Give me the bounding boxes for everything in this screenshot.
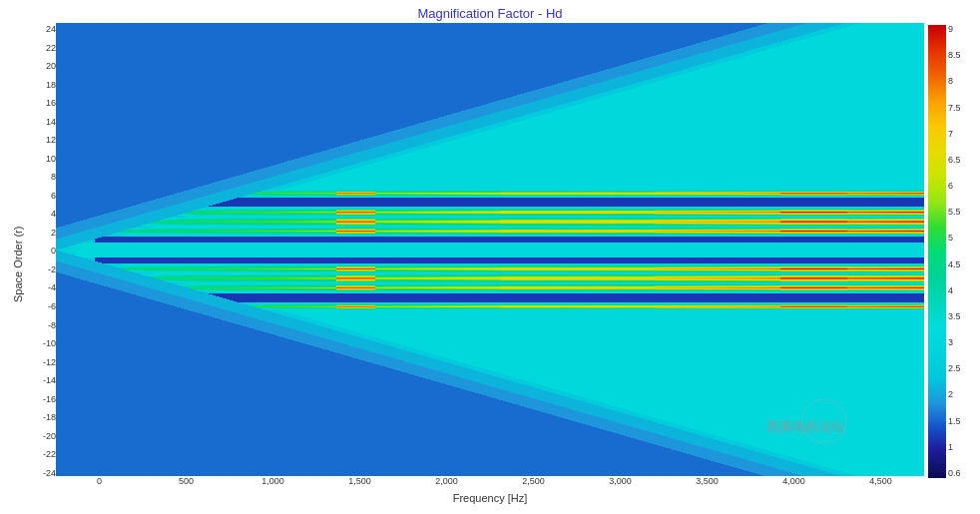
y-tick: 24 [46, 25, 56, 34]
y-tick: 20 [46, 62, 56, 71]
x-tick: 4,000 [750, 476, 837, 486]
y-tick: -4 [48, 283, 56, 292]
colorbar-tick: 3 [948, 338, 961, 347]
colorbar-tick: 9 [948, 25, 961, 34]
y-tick: -20 [43, 432, 56, 441]
colorbar-tick: 8 [948, 77, 961, 86]
plot-area: 西莫电机论坛 [56, 23, 924, 476]
colorbar-tick: 1.5 [948, 417, 961, 426]
chart-container: Magnification Factor - Hd Space Order (r… [0, 0, 980, 514]
x-tick: 3,000 [577, 476, 664, 486]
y-tick: 12 [46, 136, 56, 145]
x-tick: 3,500 [664, 476, 750, 486]
y-tick: -8 [48, 321, 56, 330]
colorbar-tick: 0.6 [948, 469, 961, 478]
colorbar-tick: 2.5 [948, 364, 961, 373]
y-ticks: 242220181614121086420-2-4-6-8-10-12-14-1… [28, 23, 56, 506]
colorbar-ticks: 98.587.576.565.554.543.532.521.510.6 [948, 25, 961, 478]
x-tick: 1,500 [316, 476, 403, 486]
colorbar: 98.587.576.565.554.543.532.521.510.6 [924, 23, 980, 506]
y-tick: -10 [43, 339, 56, 348]
heatmap-canvas [56, 23, 924, 476]
colorbar-tick: 5 [948, 234, 961, 243]
x-tick: 500 [143, 476, 230, 486]
colorbar-tick: 7 [948, 130, 961, 139]
y-tick: 22 [46, 44, 56, 53]
y-tick: -24 [43, 469, 56, 478]
colorbar-tick: 3.5 [948, 312, 961, 321]
x-tick: 2,000 [403, 476, 490, 486]
colorbar-tick: 7.5 [948, 104, 961, 113]
x-ticks: 05001,0001,5002,0002,5003,0003,5004,0004… [56, 476, 924, 492]
y-tick: 18 [46, 81, 56, 90]
y-tick: -12 [43, 358, 56, 367]
colorbar-tick: 1 [948, 443, 961, 452]
y-tick: -14 [43, 376, 56, 385]
colorbar-tick: 4 [948, 286, 961, 295]
y-tick: 14 [46, 118, 56, 127]
colorbar-tick: 4.5 [948, 260, 961, 269]
y-tick: -2 [48, 265, 56, 274]
x-tick: 0 [56, 476, 143, 486]
y-axis-label: Space Order (r) [10, 23, 26, 506]
y-tick: -18 [43, 413, 56, 422]
colorbar-tick: 5.5 [948, 208, 961, 217]
y-tick: 10 [46, 155, 56, 164]
x-tick: 1,000 [230, 476, 316, 486]
y-tick: 16 [46, 99, 56, 108]
colorbar-tick: 6.5 [948, 156, 961, 165]
x-tick: 2,500 [490, 476, 577, 486]
x-axis-label: Frequency [Hz] [56, 492, 924, 506]
y-tick: -6 [48, 302, 56, 311]
y-tick: -22 [43, 450, 56, 459]
colorbar-tick: 8.5 [948, 51, 961, 60]
chart-title: Magnification Factor - Hd [417, 6, 562, 21]
colorbar-tick: 6 [948, 182, 961, 191]
colorbar-tick: 2 [948, 390, 961, 399]
x-tick: 4,500 [837, 476, 924, 486]
y-tick: -16 [43, 395, 56, 404]
colorbar-gradient [928, 25, 946, 478]
